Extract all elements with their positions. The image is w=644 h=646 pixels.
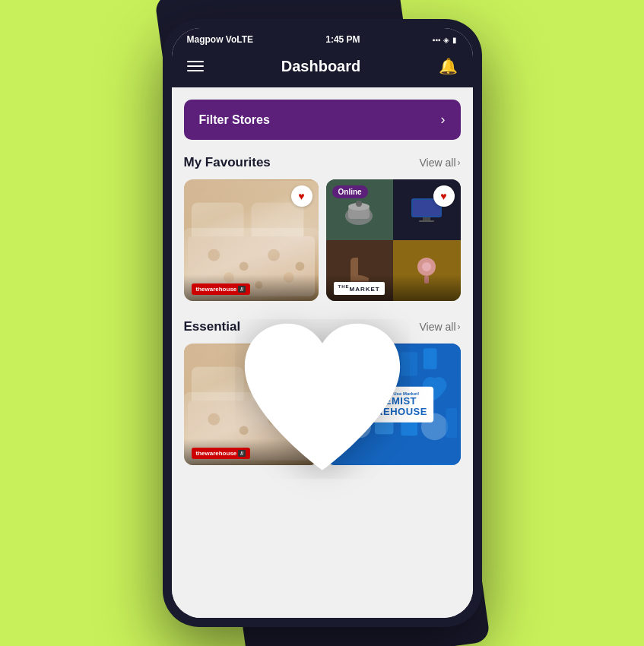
svg-rect-18	[419, 220, 434, 222]
essential-section-header: Essential View all ›	[184, 319, 461, 334]
status-time: 1:45 PM	[325, 34, 360, 45]
svg-rect-1	[191, 203, 243, 240]
market-card-1[interactable]: Online ♥ THEMARKET	[326, 179, 461, 301]
filter-stores-button[interactable]: Filter Stores ›	[184, 100, 461, 140]
svg-rect-37	[329, 412, 344, 433]
notification-button[interactable]: 🔔	[439, 57, 458, 75]
hamburger-line	[187, 70, 204, 71]
svg-rect-32	[356, 348, 371, 371]
svg-rect-42	[446, 408, 457, 438]
market-logo-sup: THE	[338, 284, 350, 289]
heart-icon: ♥	[298, 191, 304, 201]
wifi-icon: ◈	[443, 36, 449, 44]
svg-rect-23	[191, 367, 243, 404]
svg-point-21	[422, 262, 431, 271]
svg-rect-2	[251, 203, 303, 240]
online-badge-text: Online	[338, 188, 362, 196]
essential-title: Essential	[184, 319, 241, 334]
phone-frame: Magpow VoLTE 1:45 PM ▪▪▪ ◈ ▮ Dashboard 🔔…	[163, 19, 482, 627]
svg-rect-24	[251, 367, 303, 404]
phone-screen: Magpow VoLTE 1:45 PM ▪▪▪ ◈ ▮ Dashboard 🔔…	[172, 28, 473, 618]
warehouse-logo: thewarehouse //	[192, 283, 251, 295]
warehouse-2-logo-badge: //	[238, 450, 246, 457]
warehouse-2-logo-text: thewarehouse	[196, 450, 237, 457]
svg-point-27	[239, 426, 248, 435]
market-1-logo-overlay: THEMARKET	[326, 274, 461, 301]
chemist-logo-name2: WAREHOUSE	[359, 407, 427, 417]
market-logo: THEMARKET	[334, 282, 385, 295]
hamburger-line	[187, 65, 204, 67]
main-content: Filter Stores › My Favourites View all ›	[172, 87, 473, 618]
chemist-logo-name1: CHEMIST	[359, 396, 427, 407]
warehouse-logo-text: thewarehouse	[196, 286, 237, 293]
warehouse-logo-badge: //	[238, 286, 246, 293]
svg-point-5	[239, 262, 248, 271]
essential-view-all-label: View all	[420, 321, 456, 333]
favourites-title: My Favourites	[184, 155, 271, 170]
favourites-section-header: My Favourites View all ›	[184, 155, 461, 170]
menu-button[interactable]	[187, 61, 204, 71]
battery-icon: ▮	[452, 36, 457, 44]
warehouse-2-logo: thewarehouse //	[192, 448, 251, 459]
svg-point-28	[268, 413, 280, 426]
svg-point-29	[295, 426, 304, 435]
page-title: Dashboard	[281, 58, 360, 75]
svg-rect-17	[423, 217, 430, 220]
filter-chevron-icon: ›	[441, 112, 446, 128]
svg-point-4	[208, 249, 220, 261]
warehouse-2-logo-overlay: thewarehouse //	[184, 439, 319, 465]
favourites-grid: ♥ thewarehouse //	[184, 179, 461, 301]
warehouse-1-heart-button[interactable]: ♥	[291, 185, 312, 207]
svg-point-33	[372, 350, 398, 376]
favourites-view-all-button[interactable]: View all ›	[420, 157, 461, 169]
warehouse-1-logo-overlay: thewarehouse //	[184, 274, 319, 301]
market-1-heart-button[interactable]: ♥	[433, 185, 455, 207]
svg-rect-31	[333, 352, 352, 378]
svg-rect-36	[442, 356, 457, 378]
hamburger-line	[187, 61, 204, 62]
warehouse-card-1[interactable]: ♥ thewarehouse //	[184, 179, 319, 301]
heart-icon: ♥	[440, 191, 446, 201]
status-icons: ▪▪▪ ◈ ▮	[433, 36, 458, 44]
essential-view-all-button[interactable]: View all ›	[420, 321, 461, 333]
status-bar: Magpow VoLTE 1:45 PM ▪▪▪ ◈ ▮	[172, 28, 473, 49]
status-carrier: Magpow VoLTE	[187, 34, 254, 45]
chemist-card[interactable]: Shop Party, Use Market! CHEMIST WAREHOUS…	[326, 344, 461, 465]
svg-point-7	[295, 262, 304, 271]
svg-point-6	[268, 249, 280, 261]
top-nav: Dashboard 🔔	[172, 49, 473, 87]
filter-stores-label: Filter Stores	[199, 113, 270, 127]
svg-point-26	[208, 413, 220, 426]
svg-point-14	[356, 201, 362, 207]
favourites-view-all-label: View all	[420, 157, 456, 169]
chemist-logo-box: Shop Party, Use Market! CHEMIST WAREHOUS…	[353, 387, 433, 423]
svg-rect-35	[423, 348, 436, 369]
chemist-logo: Shop Party, Use Market! CHEMIST WAREHOUS…	[353, 387, 433, 423]
favourites-view-all-chevron: ›	[458, 157, 461, 168]
essential-grid: thewarehouse //	[184, 344, 461, 465]
market-online-badge: Online	[332, 185, 368, 198]
signal-icon: ▪▪▪	[433, 36, 441, 44]
svg-rect-34	[401, 352, 417, 375]
essential-view-all-chevron: ›	[458, 321, 461, 332]
warehouse-card-2[interactable]: thewarehouse //	[184, 344, 319, 465]
